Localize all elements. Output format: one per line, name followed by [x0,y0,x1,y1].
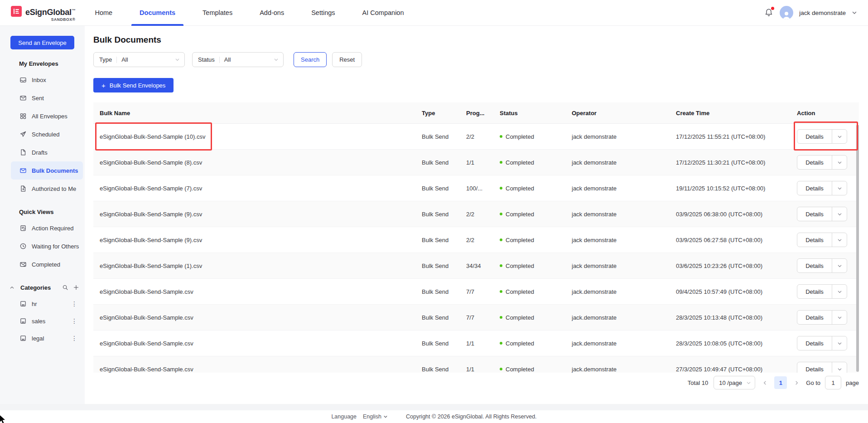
details-dropdown-chevron-icon[interactable] [832,311,847,324]
kebab-menu-icon[interactable]: ⋮ [69,317,79,325]
details-dropdown-chevron-icon[interactable] [832,362,847,373]
table-row[interactable]: eSignGlobal-Bulk-Send-Sample.csvBulk Sen… [93,279,859,305]
brand-logo[interactable]: eSignGlobal™ SANDBOX® [11,4,75,22]
sidebar-item-waiting-for-others[interactable]: Waiting for Others [11,237,83,255]
copyright-text: Copyright © 2026 eSignGlobal. All Rights… [406,413,537,420]
details-dropdown-chevron-icon[interactable] [832,259,847,272]
chevron-up-icon[interactable] [9,285,15,291]
kebab-menu-icon[interactable]: ⋮ [69,300,79,307]
details-button[interactable]: Details [797,129,847,144]
category-add-icon[interactable] [72,283,80,292]
category-search-icon[interactable] [61,283,69,292]
details-button-label[interactable]: Details [797,156,832,169]
status-text: Completed [506,314,534,321]
details-button-label[interactable]: Details [797,311,832,324]
table-row[interactable]: eSignGlobal-Bulk-Send-Sample (1).csvBulk… [93,253,859,279]
details-button-label[interactable]: Details [797,207,832,221]
details-button[interactable]: Details [797,207,847,221]
cell-action: Details [797,207,859,221]
send-envelope-button[interactable]: Send an Envelope [10,36,74,49]
nav-documents[interactable]: Documents [132,0,183,26]
details-button[interactable]: Details [797,233,847,247]
details-dropdown-chevron-icon[interactable] [832,336,847,350]
next-page-chevron-right-icon[interactable] [791,376,801,389]
language-label: Language [331,413,357,420]
cell-type: Bulk Send [422,314,466,321]
main-nav: HomeDocumentsTemplatesAdd-onsSettingsAI … [87,0,424,26]
category-item-legal[interactable]: legal⋮ [11,330,83,347]
status-filter-select[interactable]: Status All [192,52,284,67]
page-number-current[interactable]: 1 [774,376,787,389]
tag-icon [19,300,27,307]
notifications-bell-icon[interactable] [764,8,774,18]
details-button-label[interactable]: Details [797,130,832,143]
nav-add-ons[interactable]: Add-ons [252,0,291,26]
details-button-label[interactable]: Details [797,259,832,272]
sidebar-item-scheduled[interactable]: Scheduled [11,125,83,143]
kebab-menu-icon[interactable]: ⋮ [69,335,79,342]
goto-page-input[interactable] [825,376,841,389]
details-dropdown-chevron-icon[interactable] [832,181,847,195]
cell-status: Completed [500,237,572,243]
sidebar-item-bulk-documents[interactable]: Bulk Documents [11,161,83,180]
sidebar-item-all-envelopes[interactable]: All Envelopes [11,107,83,125]
details-button-label[interactable]: Details [797,362,832,373]
bulk-send-envelopes-button[interactable]: + Bulk Send Envelopes [93,78,174,92]
user-name[interactable]: jack demonstrate [799,10,846,16]
search-button[interactable]: Search [294,52,327,67]
category-item-hr[interactable]: hr⋮ [11,295,83,312]
nav-ai-companion[interactable]: AI Companion [355,0,411,26]
details-button-label[interactable]: Details [797,233,832,247]
details-dropdown-chevron-icon[interactable] [832,207,847,221]
table-row[interactable]: eSignGlobal-Bulk-Send-Sample (9).csvBulk… [93,201,859,227]
cell-progress: 7/7 [466,288,500,295]
avatar[interactable] [780,6,793,19]
table-row[interactable]: eSignGlobal-Bulk-Send-Sample.csvBulk Sen… [93,331,859,356]
table-row[interactable]: eSignGlobal-Bulk-Send-Sample (8).csvBulk… [93,150,859,175]
details-button[interactable]: Details [797,336,847,350]
cell-status: Completed [500,159,572,166]
details-button[interactable]: Details [797,181,847,195]
pagination-total: Total 10 [688,379,709,386]
prev-page-chevron-left-icon[interactable] [760,376,770,389]
table-row[interactable]: eSignGlobal-Bulk-Send-Sample (9).csvBulk… [93,227,859,253]
details-button[interactable]: Details [797,310,847,325]
table-row[interactable]: eSignGlobal-Bulk-Send-Sample.csvBulk Sen… [93,356,859,373]
details-button[interactable]: Details [797,284,847,299]
scrollbar-thumb[interactable] [856,125,859,372]
sidebar-item-authorized-to-me[interactable]: Authorized to Me [11,180,83,198]
details-dropdown-chevron-icon[interactable] [832,130,847,143]
sidebar-item-sent[interactable]: Sent [11,89,83,107]
nav-templates[interactable]: Templates [195,0,240,26]
reset-button[interactable]: Reset [332,52,362,67]
table-scrollbar[interactable] [856,125,859,372]
table-row[interactable]: eSignGlobal-Bulk-Send-Sample (10).csvBul… [93,124,859,150]
details-dropdown-chevron-icon[interactable] [832,233,847,247]
details-button[interactable]: Details [797,155,847,170]
table-row[interactable]: eSignGlobal-Bulk-Send-Sample (7).csvBulk… [93,175,859,201]
cell-progress: 1/1 [466,340,500,347]
details-dropdown-chevron-icon[interactable] [832,285,847,298]
cell-operator: jack.demonstrate [572,340,676,347]
nav-home[interactable]: Home [87,0,120,26]
mail-icon [19,167,27,174]
sidebar-item-drafts[interactable]: Drafts [11,143,83,161]
user-menu-chevron-down-icon[interactable] [852,10,857,15]
category-item-sales[interactable]: sales⋮ [11,312,83,330]
table-row[interactable]: eSignGlobal-Bulk-Send-Sample.csvBulk Sen… [93,305,859,331]
sidebar-item-action-required[interactable]: Action Required [11,219,83,237]
language-select[interactable]: English [363,413,388,420]
table-body: eSignGlobal-Bulk-Send-Sample (10).csvBul… [93,124,859,373]
nav-settings[interactable]: Settings [304,0,342,26]
sidebar-item-inbox[interactable]: Inbox [11,71,83,89]
type-filter-select[interactable]: Type All [93,52,185,67]
details-button-label[interactable]: Details [797,336,832,350]
sidebar-item-completed[interactable]: Completed [11,255,83,273]
details-button-label[interactable]: Details [797,285,832,298]
details-button-label[interactable]: Details [797,181,832,195]
status-dot [500,290,502,293]
page-size-select[interactable]: 10 /page [714,376,755,389]
details-button[interactable]: Details [797,258,847,273]
details-button[interactable]: Details [797,362,847,373]
details-dropdown-chevron-icon[interactable] [832,156,847,169]
